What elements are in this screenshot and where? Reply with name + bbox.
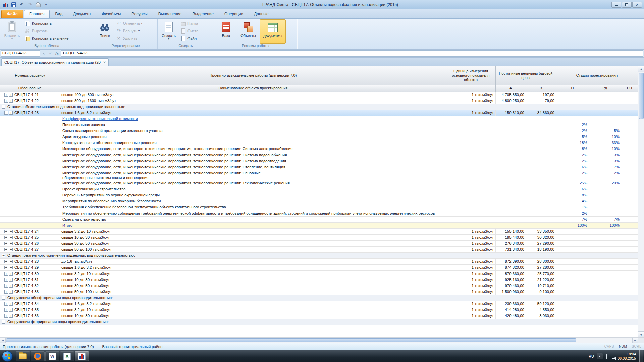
header-col-rd[interactable]: РД — [589, 85, 621, 92]
coefficient-row[interactable]: Инженерное оборудование, сети, инженерно… — [0, 152, 638, 158]
hscroll-thumb[interactable] — [6, 338, 576, 342]
estimate-row[interactable]: ++СБЦП17-4-34свыше 1,6 до 3,2 тыс.м3/сут… — [0, 301, 638, 307]
coefficient-row[interactable]: Мероприятия по обеспечению соблюдения тр… — [0, 210, 638, 217]
total-row[interactable]: Итого100%100% — [0, 223, 638, 229]
expand-icon[interactable]: + — [4, 272, 8, 276]
expand-icon[interactable]: + — [4, 93, 8, 97]
tab-close-icon[interactable]: × — [103, 60, 106, 65]
create-estimate-button[interactable]: Смета — [179, 27, 200, 35]
section-cell[interactable]: −Сооружения фторирования воды производит… — [0, 319, 638, 325]
collapse-icon[interactable]: − — [4, 111, 8, 115]
cut-button[interactable]: Вырезать — [23, 27, 70, 35]
ribbon-tab-document[interactable]: Документ — [68, 10, 96, 18]
section-row[interactable]: −Сооружения обесфторивания воды производ… — [0, 295, 638, 301]
undo-button[interactable]: ↶ Отменить ▾ — [114, 20, 144, 27]
expand-icon[interactable]: + — [9, 290, 13, 294]
row-code-cell[interactable]: ++СБЦП17-4-34 — [0, 301, 60, 307]
close-button[interactable]: × — [632, 2, 642, 8]
collapse-icon[interactable]: − — [2, 254, 5, 257]
expand-icon[interactable]: + — [9, 284, 13, 288]
collapse-icon[interactable]: − — [2, 320, 5, 324]
scroll-right-icon[interactable]: ► — [632, 338, 638, 343]
horizontal-scrollbar[interactable]: ◄ ► — [0, 337, 644, 343]
expand-icon[interactable]: + — [4, 278, 8, 282]
estimate-row[interactable]: ++СБЦП17-4-26свыше 30 до 50 тыс.м3/сут1 … — [0, 241, 638, 247]
show-desktop-button[interactable] — [639, 350, 643, 362]
header-col-rp[interactable]: РП — [621, 85, 638, 92]
estimate-row[interactable]: ++СБЦП17-4-27свыше 50 до 100 тыс.м3/сут1… — [0, 247, 638, 253]
coefficient-row[interactable]: Инженерное оборудование, сети, инженерно… — [0, 170, 638, 180]
redo-icon[interactable]: ↷ — [26, 1, 34, 8]
base-mode-button[interactable]: База — [215, 19, 237, 44]
coefficient-row[interactable]: Требования к обеспечению безопасной эксп… — [0, 204, 638, 210]
header-justification[interactable]: Обоснование — [0, 85, 60, 92]
taskbar-explorer-button[interactable] — [16, 351, 30, 361]
qat-customize-icon[interactable]: ▾ — [42, 1, 50, 8]
row-code-cell[interactable]: ++СБЦП17-4-25 — [0, 235, 60, 241]
coefficient-row[interactable]: Инженерное оборудование, сети, инженерно… — [0, 164, 638, 170]
expand-icon[interactable]: + — [9, 230, 13, 233]
estimate-row[interactable]: ++СБЦП17-4-35свыше 3,2 до 10 тыс.м3/сут1… — [0, 307, 638, 313]
estimate-row[interactable]: ++СБЦП17-4-33свыше 50 до 100 тыс.м3/сут1… — [0, 289, 638, 295]
ribbon-tab-home[interactable]: Главная — [24, 10, 50, 18]
section-row[interactable]: −Станция обезжелезивания подземных вод п… — [0, 104, 638, 110]
estimate-row[interactable]: ++СБЦП17-4-31свыше 10 до 30 тыс.м3/сут1 … — [0, 277, 638, 283]
estimate-row[interactable]: ++СБЦП17-4-30свыше 3,2 до 10 тыс.м3/сут1… — [0, 271, 638, 277]
row-code-cell[interactable]: ++СБЦП17-4-24 — [0, 229, 60, 235]
row-code-cell[interactable]: ++СБЦП17-4-28 — [0, 259, 60, 265]
create-button[interactable]: Создать ▾ — [159, 19, 178, 44]
row-code-cell[interactable]: ++СБЦП17-4-21 — [0, 92, 60, 98]
ribbon-tab-execution[interactable]: Выполнение — [153, 10, 187, 18]
expand-icon[interactable]: + — [9, 302, 13, 306]
expand-icon[interactable]: + — [9, 99, 13, 103]
coefficients-link[interactable]: Коэффициенты относительной стоимости — [62, 116, 555, 122]
function-icon[interactable]: fx — [54, 50, 60, 57]
scroll-left-icon[interactable]: ◄ — [0, 338, 6, 343]
header-unit[interactable]: Единица измерения основного показателя о… — [446, 66, 496, 85]
taskbar-excel-button[interactable]: X — [60, 351, 74, 361]
expand-icon[interactable]: + — [4, 242, 8, 245]
expand-icon[interactable]: + — [9, 236, 13, 239]
row-code-cell[interactable]: ++СБЦП17-4-29 — [0, 265, 60, 271]
vscroll-thumb[interactable] — [639, 73, 644, 119]
estimate-row[interactable]: ++СБЦП17-4-24свыше 3,2 до 10 тыс.м3/сут1… — [0, 229, 638, 235]
print-icon[interactable] — [34, 1, 42, 8]
taskbar-firefox-button[interactable] — [31, 351, 45, 361]
vertical-scrollbar[interactable]: ▲ ▼ — [638, 66, 644, 337]
undo-icon[interactable]: ↶ — [18, 1, 25, 8]
expand-icon[interactable]: + — [4, 266, 8, 269]
taskbar-word-button[interactable]: W — [45, 351, 59, 361]
estimate-row[interactable]: ++СБЦП17-4-28до 1,6 тыс.м3/сут1 тыс.м3/с… — [0, 259, 638, 265]
estimate-row[interactable]: ++СБЦП17-4-36свыше 10 до 30 тыс.м3/сут1 … — [0, 313, 638, 319]
coefficient-row[interactable]: Архитектурные решения5%10% — [0, 134, 638, 140]
row-code-cell[interactable]: ++СБЦП17-4-33 — [0, 289, 60, 295]
expand-icon[interactable]: + — [9, 314, 13, 318]
header-works[interactable]: Проектно-изыскательские работы (для верс… — [60, 66, 446, 85]
coefficient-row[interactable]: Конструктивные и объемнопланировочные ре… — [0, 140, 638, 146]
paste-button[interactable]: Вставить ▾ — [1, 19, 23, 44]
minimize-button[interactable] — [611, 2, 621, 8]
copy-value-button[interactable]: Копировать значение — [23, 35, 70, 42]
ribbon-tab-file[interactable]: Файл — [1, 10, 23, 18]
header-col-b[interactable]: В — [526, 85, 556, 92]
expand-icon[interactable]: + — [4, 230, 8, 233]
ribbon-tab-selection[interactable]: Выделение — [187, 10, 219, 18]
coefficient-row[interactable]: Мероприятия по обеспечению пожарной безо… — [0, 198, 638, 204]
objects-mode-button[interactable]: Объекты — [237, 19, 259, 44]
section-row[interactable]: −Станция реагентного умягчения подземных… — [0, 253, 638, 259]
expand-icon[interactable]: + — [4, 290, 8, 294]
coefficient-row[interactable]: Инженерное оборудование, сети, инженерно… — [0, 158, 638, 164]
expand-icon[interactable]: + — [4, 284, 8, 288]
header-col-p[interactable]: П — [556, 85, 589, 92]
coefficient-row[interactable]: Схема планировочной организации земельно… — [0, 128, 638, 134]
expand-icon[interactable]: + — [9, 248, 13, 251]
coefficient-row[interactable]: Проект организации строительства6% — [0, 186, 638, 192]
ribbon-tab-data[interactable]: Данные — [249, 10, 273, 18]
documents-mode-button[interactable]: Документы — [260, 19, 286, 44]
section-cell[interactable]: −Сооружения обесфторивания воды производ… — [0, 295, 638, 301]
coefficients-link-row[interactable]: Коэффициенты относительной стоимости — [0, 116, 638, 122]
row-code-cell[interactable]: ++СБЦП17-4-35 — [0, 307, 60, 313]
app-icon[interactable] — [2, 1, 9, 8]
document-tab[interactable]: СБЦП17. Объекты водоснабжения и канализа… — [1, 58, 109, 66]
header-base-price[interactable]: Постоянные величины базовой цены — [496, 66, 556, 85]
